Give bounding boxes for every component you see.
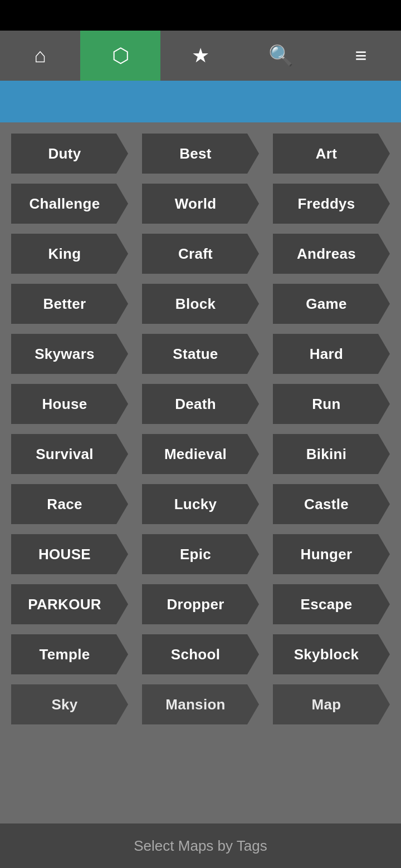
blue-header-bar (0, 81, 401, 122)
tag-button[interactable]: Sky (11, 684, 128, 724)
tag-button[interactable]: World (142, 184, 259, 224)
tag-button[interactable]: Death (142, 384, 259, 424)
tag-button[interactable]: Andreas (273, 234, 390, 274)
bottom-bar-label: Select Maps by Tags (134, 837, 267, 855)
tag-button[interactable]: Castle (273, 484, 390, 524)
tag-button[interactable]: Block (142, 284, 259, 324)
tag-button[interactable]: Challenge (11, 184, 128, 224)
tag-button[interactable]: Dropper (142, 584, 259, 624)
nav-menu[interactable]: ≡ (321, 31, 401, 81)
tag-button[interactable]: Race (11, 484, 128, 524)
tag-button[interactable]: Bikini (273, 434, 390, 474)
tag-row: ChallengeWorldFreddys (11, 184, 390, 224)
tag-button[interactable]: Temple (11, 634, 128, 674)
tag-button[interactable]: Map (273, 684, 390, 724)
nav-favorites[interactable]: ★ (160, 31, 241, 81)
tag-button[interactable]: Medieval (142, 434, 259, 474)
nav-bar: ⌂ ⬡ ★ 🔍 ≡ (0, 31, 401, 81)
tag-button[interactable]: School (142, 634, 259, 674)
tag-button[interactable]: Survival (11, 434, 128, 474)
tag-button[interactable]: Craft (142, 234, 259, 274)
tag-button[interactable]: Lucky (142, 484, 259, 524)
status-bar (0, 0, 401, 31)
tag-button[interactable]: Game (273, 284, 390, 324)
tag-button[interactable]: Mansion (142, 684, 259, 724)
tags-container: DutyBestArtChallengeWorldFreddysKingCraf… (0, 122, 401, 740)
tag-row: SkyMansionMap (11, 684, 390, 724)
home-icon: ⌂ (34, 46, 46, 66)
tag-row: TempleSchoolSkyblock (11, 634, 390, 674)
tag-button[interactable]: HOUSE (11, 534, 128, 574)
nav-home[interactable]: ⌂ (0, 31, 80, 81)
tag-row: DutyBestArt (11, 134, 390, 174)
tag-button[interactable]: Best (142, 134, 259, 174)
bottom-bar: Select Maps by Tags (0, 823, 401, 868)
tag-row: HOUSEEpicHunger (11, 534, 390, 574)
tag-button[interactable]: Better (11, 284, 128, 324)
tag-button[interactable]: House (11, 384, 128, 424)
tag-row: HouseDeathRun (11, 384, 390, 424)
nav-search[interactable]: 🔍 (241, 31, 321, 81)
tag-row: RaceLuckyCastle (11, 484, 390, 524)
tag-button[interactable]: Skyblock (273, 634, 390, 674)
search-icon: 🔍 (268, 46, 294, 66)
tag-button[interactable]: Hard (273, 334, 390, 374)
star-icon: ★ (192, 46, 209, 66)
menu-icon: ≡ (355, 46, 366, 66)
tag-button[interactable]: Hunger (273, 534, 390, 574)
tag-row: PARKOURDropperEscape (11, 584, 390, 624)
tag-button[interactable]: Art (273, 134, 390, 174)
tag-button[interactable]: Epic (142, 534, 259, 574)
tag-button[interactable]: Duty (11, 134, 128, 174)
nav-tag[interactable]: ⬡ (80, 31, 160, 81)
tag-button[interactable]: PARKOUR (11, 584, 128, 624)
tag-button[interactable]: Skywars (11, 334, 128, 374)
tag-row: SkywarsStatueHard (11, 334, 390, 374)
tag-button[interactable]: Freddys (273, 184, 390, 224)
tag-button[interactable]: Statue (142, 334, 259, 374)
tag-button[interactable]: Run (273, 384, 390, 424)
tag-button[interactable]: King (11, 234, 128, 274)
tag-row: SurvivalMedievalBikini (11, 434, 390, 474)
tag-button[interactable]: Escape (273, 584, 390, 624)
tag-row: KingCraftAndreas (11, 234, 390, 274)
tag-row: BetterBlockGame (11, 284, 390, 324)
tag-icon: ⬡ (112, 46, 129, 66)
